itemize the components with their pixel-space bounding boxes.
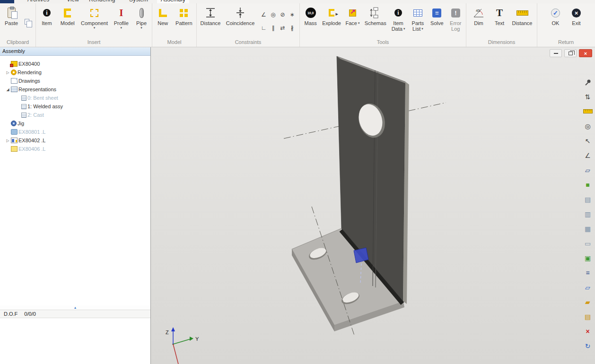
- insert-pipe-button[interactable]: Pipe ▾: [132, 4, 151, 38]
- exit-x-icon: [572, 9, 581, 17]
- ribbon-tab-strip: Archives View Rendering System Assembly: [0, 0, 595, 3]
- tab-assembly[interactable]: Assembly: [157, 0, 189, 3]
- insert-profile-button[interactable]: Profile ▾: [110, 4, 132, 38]
- svg-text:45: 45: [476, 9, 480, 13]
- y-axis-label: Y: [195, 336, 199, 342]
- insert-item-button[interactable]: Item: [37, 4, 57, 38]
- tree-item-rep-bent-sheet[interactable]: 0: Bent sheet: [0, 94, 150, 102]
- paste-label: Paste: [5, 20, 18, 26]
- ok-button[interactable]: OK: [545, 4, 566, 38]
- delete-red-button[interactable]: ×: [581, 324, 594, 338]
- face-button[interactable]: Face▾: [343, 4, 362, 38]
- tree-item-label: EX80402 .L: [18, 138, 46, 143]
- solid-shaded-button[interactable]: ▤: [581, 192, 594, 207]
- solid-shaded-icon: ▤: [585, 196, 591, 203]
- item-label: Item: [42, 20, 52, 26]
- delete-red-icon: ×: [586, 328, 589, 335]
- copy-icon: [25, 19, 29, 25]
- representation-icon: [21, 104, 26, 109]
- profile-icon: [119, 7, 123, 19]
- open-output-button[interactable]: ▰: [581, 295, 594, 309]
- solid-mesh-button[interactable]: ▦: [581, 221, 594, 236]
- app-menu-button[interactable]: [0, 0, 14, 3]
- dim-text-button[interactable]: Text: [490, 4, 509, 38]
- perpendicular-constraint-icon[interactable]: ∟: [259, 23, 268, 32]
- measure-ruler-button[interactable]: [581, 104, 594, 119]
- item-data-button[interactable]: Item Data▾: [388, 4, 408, 38]
- concentric-constraint-icon[interactable]: ◎: [269, 10, 278, 19]
- parts-list-button[interactable]: Parts List▾: [408, 4, 428, 38]
- export-solid-button[interactable]: ▣: [581, 251, 594, 265]
- dof-label: D.O.F: [4, 311, 18, 317]
- tab-rendering[interactable]: Rendering: [85, 0, 119, 3]
- bom-list-icon: ≡: [586, 269, 589, 276]
- minimize-button[interactable]: [550, 49, 562, 57]
- tab-archives[interactable]: Archives: [24, 0, 53, 3]
- non-parallel-constraint-icon[interactable]: ∦: [288, 23, 297, 32]
- schemas-button[interactable]: Schemas: [362, 4, 388, 38]
- tab-system[interactable]: System: [125, 0, 152, 3]
- snap-point-button[interactable]: ↖: [581, 133, 594, 148]
- cylinder-button[interactable]: ▭: [581, 236, 594, 251]
- solid-wire-button[interactable]: ▥: [581, 207, 594, 221]
- tree-item-drawings[interactable]: Drawings: [0, 77, 150, 85]
- snap-angle-button[interactable]: ∠: [581, 148, 594, 163]
- expander-expanded-icon[interactable]: ◢: [5, 87, 11, 92]
- profile-caret-icon: ▾: [121, 26, 122, 30]
- mass-button[interactable]: 10,0 Mass: [301, 4, 320, 38]
- model-3d-view[interactable]: Z Y: [151, 47, 595, 364]
- insert-model-button[interactable]: Model: [57, 4, 79, 38]
- copy-sheet-button[interactable]: ▱: [581, 280, 594, 295]
- tree-item-label: Rendering: [18, 69, 42, 75]
- view-orientation-button[interactable]: ⇅: [581, 89, 594, 104]
- tangent-constraint-icon[interactable]: ⊘: [278, 10, 287, 19]
- tree-item-ex80406[interactable]: EX80406 .L: [0, 145, 150, 153]
- tree-item-ex80402[interactable]: ▷ EX80402 .L: [0, 136, 150, 145]
- expander-collapsed-icon[interactable]: ▷: [5, 70, 11, 75]
- parallel-constraint-icon[interactable]: ∥: [269, 23, 278, 32]
- paste-button[interactable]: Paste: [1, 4, 22, 38]
- tree-item-ex80400[interactable]: EX80400: [0, 60, 150, 68]
- close-button[interactable]: ×: [579, 49, 592, 57]
- distance-dim-label: Distance: [512, 20, 533, 26]
- tree-item-rep-cast[interactable]: 2: Cast: [0, 111, 150, 119]
- error-log-button[interactable]: Error Log: [446, 4, 465, 38]
- constraint-distance-button[interactable]: Distance: [198, 4, 223, 38]
- restore-button[interactable]: [564, 49, 577, 57]
- viewport-3d[interactable]: Z Y × ⇅ ◎ ↖ ∠ ▱ ■ ▤ ▥ ▦ ▭ ▣ ≡ ▱ ▰ ▤ × ↻: [151, 47, 595, 364]
- tree-item-ex80801[interactable]: EX80801 .L: [0, 128, 150, 136]
- expander-collapsed-icon[interactable]: ▷: [5, 139, 11, 143]
- model-pattern-button[interactable]: Pattern: [173, 4, 195, 38]
- solid-green-button[interactable]: ■: [581, 177, 594, 192]
- drawer-button[interactable]: ▤: [581, 309, 594, 324]
- dof-collapse-handle[interactable]: ▴: [0, 305, 150, 310]
- solid-mesh-icon: ▦: [585, 225, 591, 232]
- constraint-coincidence-button[interactable]: Coincidence: [223, 4, 257, 38]
- solve-button[interactable]: Solve: [428, 4, 446, 38]
- snap-circle-button[interactable]: ◎: [581, 119, 594, 133]
- update-blue-button[interactable]: ↻: [581, 338, 594, 353]
- tree-item-rendering[interactable]: ▷ Rendering: [0, 68, 150, 77]
- symmetry-constraint-icon[interactable]: ∗: [288, 10, 297, 19]
- tab-view[interactable]: View: [63, 0, 83, 3]
- cylinder-icon: ▭: [585, 240, 591, 247]
- insert-component-button[interactable]: Component ▾: [79, 4, 111, 38]
- tree-item-rep-welded-assy[interactable]: 1: Welded assy: [0, 102, 150, 111]
- dim-button[interactable]: 45 Dim: [467, 4, 490, 38]
- equal-distance-constraint-icon[interactable]: ⇄: [278, 23, 287, 32]
- bom-list-button[interactable]: ≡: [581, 265, 594, 280]
- exit-button[interactable]: Exit: [566, 4, 587, 38]
- constraint-small-grid: ∠ ◎ ⊘ ∗ ∟ ∥ ⇄ ∦: [259, 4, 297, 32]
- tree-item-jig[interactable]: Jig: [0, 119, 150, 128]
- copy-button[interactable]: [22, 17, 32, 27]
- explode-button[interactable]: Explode: [320, 4, 342, 38]
- dim-distance-button[interactable]: Distance: [509, 4, 535, 38]
- snap-point-icon: ↖: [585, 138, 591, 144]
- angle-constraint-icon[interactable]: ∠: [259, 10, 268, 19]
- error-log-icon: [451, 9, 460, 17]
- model-new-button[interactable]: New: [153, 4, 173, 38]
- tree-item-representations[interactable]: ◢ Representations: [0, 85, 150, 94]
- pin-button[interactable]: [581, 75, 594, 89]
- component-label: Component: [81, 20, 108, 26]
- copy-view-button[interactable]: ▱: [581, 163, 594, 177]
